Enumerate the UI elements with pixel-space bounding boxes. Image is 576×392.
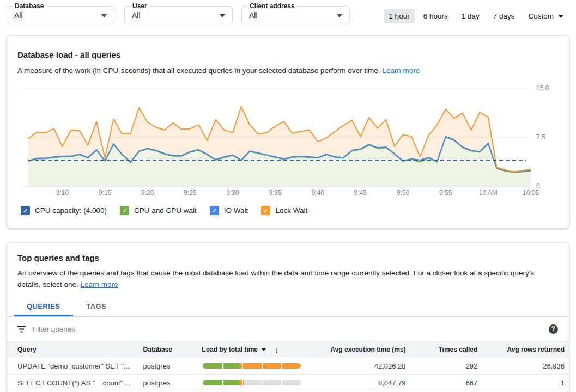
user-filter-select[interactable]: User All	[124, 6, 233, 24]
database-filter-select[interactable]: Database All	[7, 6, 114, 24]
filter-bar: Database All User All Client address All…	[0, 0, 576, 35]
svg-text:10:05: 10:05	[523, 189, 539, 197]
time-range-selector: 1 hour 6 hours 1 day 7 days Custom	[384, 9, 568, 23]
column-header-avg-execution-time[interactable]: Avg execution time (ms)	[311, 346, 406, 353]
time-range-custom-label: Custom	[528, 12, 554, 20]
load-card-description: A measure of the work (in CPU-seconds) t…	[17, 65, 420, 76]
column-header-avg-rows-returned[interactable]: Avg rows returned	[477, 346, 565, 353]
times-called-cell: 292	[406, 362, 478, 370]
load-bar	[203, 363, 301, 369]
legend-cpu-capacity-label: CPU capacity: (4.000)	[35, 206, 107, 215]
avg-execution-time-cell: 8,047.79	[311, 379, 406, 387]
avg-execution-time-cell: 42,026.28	[311, 362, 406, 370]
client-address-filter-label: Client address	[247, 2, 298, 10]
chevron-down-icon	[262, 348, 266, 351]
filter-list-icon	[17, 326, 26, 333]
column-header-query: Query	[17, 346, 143, 353]
client-address-filter-select[interactable]: Client address All	[241, 6, 350, 24]
checkbox-checked-icon: ✓	[120, 206, 129, 215]
database-load-card: Database load - all queries A measure of…	[7, 35, 569, 229]
svg-text:9:25: 9:25	[184, 189, 197, 197]
tab-queries[interactable]: QUERIES	[14, 297, 73, 316]
database-cell: postgres	[143, 379, 202, 387]
sort-descending-icon: ↓	[275, 345, 279, 354]
chart-legend: ✓ CPU capacity: (4.000) ✓ CPU and CPU wa…	[21, 206, 307, 215]
checkbox-checked-icon: ✓	[210, 206, 219, 215]
svg-text:10 AM: 10 AM	[479, 189, 498, 197]
svg-text:9:10: 9:10	[56, 189, 69, 197]
filter-row: ?	[7, 317, 569, 341]
chevron-down-icon	[558, 15, 563, 18]
legend-cpu-capacity[interactable]: ✓ CPU capacity: (4.000)	[21, 206, 107, 215]
table-header: Query Database Load by total time ↓ Avg …	[7, 341, 569, 358]
query-cell: UPDATE "demo_customer" SET "...	[17, 362, 143, 370]
user-filter-value: All	[132, 11, 141, 20]
svg-text:9:50: 9:50	[397, 189, 410, 197]
client-address-filter-value: All	[249, 11, 258, 20]
table-row[interactable]: SELECT COUNT(*) AS "__count" ... postgre…	[7, 375, 569, 391]
database-cell: postgres	[143, 362, 202, 370]
avg-rows-returned-cell: 1	[477, 379, 565, 387]
svg-text:9:35: 9:35	[269, 189, 282, 197]
checkbox-checked-icon: ✓	[21, 206, 30, 215]
user-filter-label: User	[130, 2, 150, 10]
table-row[interactable]: UPDATE "demo_customer" SET "... postgres…	[7, 358, 569, 375]
load-bar-cell	[202, 380, 311, 385]
svg-text:9:40: 9:40	[312, 189, 325, 197]
svg-text:9:55: 9:55	[439, 189, 452, 197]
database-filter-value: All	[14, 11, 23, 20]
legend-lock-wait[interactable]: ✓ Lock Wait	[261, 206, 307, 215]
query-cell: SELECT COUNT(*) AS "__count" ...	[17, 379, 143, 387]
column-header-load-by-total-time[interactable]: Load by total time ↓	[202, 345, 311, 354]
load-bar	[203, 380, 301, 385]
legend-lock-wait-label: Lock Wait	[275, 206, 307, 215]
avg-rows-returned-cell: 26,936	[477, 362, 565, 370]
tabs: QUERIES TAGS	[7, 297, 569, 317]
svg-text:9:15: 9:15	[99, 189, 112, 197]
time-range-custom[interactable]: Custom	[523, 9, 568, 23]
learn-more-link[interactable]: Learn more	[382, 66, 420, 75]
legend-io-wait-label: IO Wait	[224, 206, 248, 215]
time-range-7-days[interactable]: 7 days	[488, 9, 520, 23]
time-range-1-hour[interactable]: 1 hour	[384, 9, 414, 23]
checkbox-checked-icon: ✓	[261, 206, 270, 215]
svg-text:9:30: 9:30	[226, 189, 239, 197]
legend-cpu-and-cpu-wait[interactable]: ✓ CPU and CPU wait	[120, 206, 197, 215]
top-queries-card: Top queries and tags An overview of the …	[7, 242, 569, 392]
database-load-chart: 9:109:159:209:259:309:359:409:459:509:55…	[7, 77, 569, 201]
chevron-down-icon	[220, 14, 225, 17]
svg-text:15.0: 15.0	[536, 84, 549, 92]
times-called-cell: 667	[406, 379, 478, 387]
svg-text:7.5: 7.5	[536, 133, 545, 141]
load-card-title: Database load - all queries	[17, 50, 120, 59]
tab-tags[interactable]: TAGS	[73, 297, 119, 316]
column-header-times-called[interactable]: Times called	[406, 346, 478, 353]
load-metric-label: Load by total time	[202, 346, 258, 353]
learn-more-link[interactable]: Learn more	[81, 280, 118, 289]
svg-text:9:45: 9:45	[354, 189, 367, 197]
svg-text:9:20: 9:20	[141, 189, 154, 197]
legend-cpu-and-cpu-wait-label: CPU and CPU wait	[134, 206, 197, 215]
column-header-database: Database	[143, 346, 202, 353]
load-card-description-text: A measure of the work (in CPU-seconds) t…	[17, 66, 380, 75]
filter-queries-input[interactable]	[33, 325, 549, 333]
help-icon[interactable]: ?	[549, 324, 558, 334]
queries-card-title: Top queries and tags	[17, 253, 559, 262]
legend-io-wait[interactable]: ✓ IO Wait	[210, 206, 248, 215]
time-range-6-hours[interactable]: 6 hours	[419, 9, 453, 23]
chevron-down-icon	[337, 14, 342, 17]
load-bar-cell	[202, 363, 311, 369]
database-filter-label: Database	[12, 2, 46, 10]
svg-text:0: 0	[536, 182, 540, 190]
time-range-1-day[interactable]: 1 day	[457, 9, 484, 23]
queries-card-description: An overview of the queries and tags that…	[17, 267, 559, 290]
chevron-down-icon	[101, 14, 107, 17]
